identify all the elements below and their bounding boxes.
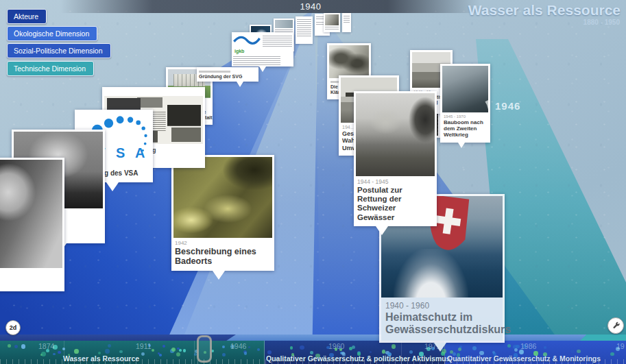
card-pointer [259,66,266,72]
era-label-wasser-als-ressource: Wasser als Ressource [63,354,139,363]
timeline-year-tick: 1986 [520,342,536,350]
card-year: 1945 - 1970 [444,114,487,119]
card-pointer [213,271,225,280]
timeline-year-tick: 1911 [136,342,152,350]
timeline-card-distant[interactable] [296,16,313,44]
decade-marker-label: 1940 [300,1,322,12]
timeline-card-bauboom[interactable]: 1945 - 1970 Bauboom nach dem Zweiten Wel… [440,64,490,143]
portrait-photo [0,160,62,268]
igkb-logo-text: igkb [234,49,292,53]
card-text-lines [297,25,311,30]
card-photo [275,20,293,28]
decade-marker-bar: 1940 [60,0,480,13]
bern-river-photo [356,93,435,176]
timeline-card-igkb[interactable]: igkb [232,32,293,66]
card-pointer [106,182,119,191]
card-title: Beschreibung eines Badeorts [175,247,271,267]
card-photo [325,14,339,25]
card-title: Postulat zur Rettung der Schweizer Gewäs… [357,186,433,222]
card-year-placeholder [199,71,230,73]
card-text-lines [263,36,292,47]
timeline-card-badeort[interactable]: 1942 Beschreibung eines Badeorts [171,155,274,271]
card-text-lines [233,56,280,66]
view-toggle-2d-button[interactable]: 2d [5,320,21,335]
card-pointer [434,343,446,352]
card-text-lines [344,20,350,23]
filter-button-oekologische-dimension[interactable]: Ökologische Dimension [7,26,97,41]
timeline-year-tick: 1874 [38,342,54,350]
wrench-icon [612,321,621,330]
card-title: Gründung der SVG [199,74,256,80]
page-title: Wasser als Ressource [468,2,621,19]
filter-button-technische-dimension[interactable]: Technische Dimension [7,61,94,76]
card-pointer [376,226,388,235]
page-subtitle: 1880 - 1950 [583,19,620,26]
timeline-3d-app: 1940 Wasser als Ressource 1880 - 1950 19… [0,0,626,364]
era-label-qualitativer-gewaesserschutz: Qualitativer Gewässerschutz & politische… [266,354,450,363]
timeline-year-tick: 1960 [328,342,344,350]
card-year: 1944 - 1945 [357,178,433,185]
timeline-top-strip-teal [580,335,626,341]
settings-button[interactable] [607,317,624,334]
filter-button-sozial-politische-dimension[interactable]: Sozial-Politische Dimension [7,43,111,58]
scene-year-label: 1946 [495,100,520,112]
card-title: Bauboom nach dem Zweiten Weltkrieg [444,119,487,138]
timeline-card-postulat[interactable]: 1944 - 1945 Postulat zur Rettung der Sch… [354,91,437,226]
timeline-slider-handle[interactable] [197,335,212,363]
card-text-lines [297,32,311,36]
timeline-year-tick: 19 [616,342,625,350]
card-text-lines [344,16,350,19]
timeline-navigator[interactable]: 1874 1911 1946 1960 1971 1986 19 Wasser … [0,335,626,364]
dam-photo [442,66,488,112]
card-title-fragment: fluss [0,268,62,289]
timeline-card-einfluss[interactable]: fluss [0,158,64,291]
card-text-lines [325,27,339,29]
timeline-year-tick: 1946 [230,342,246,350]
timeline-card-gruendung-svg[interactable]: Gründung der SVG [197,67,258,82]
timeline-card-distant[interactable] [324,13,340,32]
filter-button-akteure[interactable]: Akteure [7,9,47,24]
card-year: 1942 [175,240,271,246]
igkb-wave-logo-icon [233,34,261,49]
card-year: 1940 - 1960 [385,301,500,311]
era-label-quantitativer-gewaesserschutz: Quantitativer Gewässerschutz & Monitorin… [447,354,601,363]
card-pointer [458,143,465,148]
card-title: Heimatschutz im Gewässerschutzdiskurs [385,311,500,337]
badeort-photo [173,157,272,238]
timeline-card-distant[interactable] [342,13,351,32]
card-text-lines [297,19,311,24]
card-pointer [237,82,243,87]
village-photo [329,45,369,78]
